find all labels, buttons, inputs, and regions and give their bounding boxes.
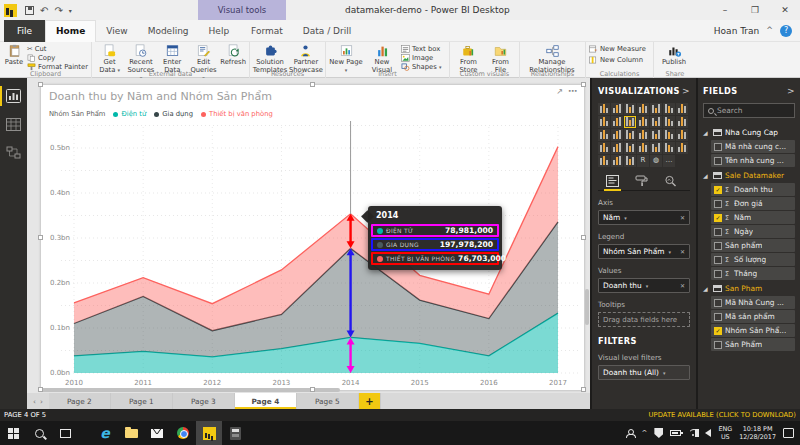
clock[interactable]: 10:18 PM12/28/2017	[739, 425, 776, 441]
visual-type-icon[interactable]	[650, 142, 662, 154]
task-view-button[interactable]	[52, 421, 78, 445]
field-checkbox[interactable]	[714, 270, 722, 278]
visual-type-icon[interactable]	[650, 129, 662, 141]
fields-table-row[interactable]: ◢Sale Datamaker	[703, 168, 795, 182]
visual-type-icon[interactable]	[676, 103, 688, 115]
field-row[interactable]: Mã Nhà Cung ...	[711, 296, 795, 309]
page-tab-page-1[interactable]: Page 1	[111, 393, 173, 409]
visual-type-icon[interactable]	[650, 103, 662, 115]
visual-type-icon[interactable]	[624, 142, 636, 154]
visual-resize-handle[interactable]	[38, 235, 43, 240]
image-button[interactable]: Image	[401, 54, 442, 62]
fields-table-row[interactable]: ◢Nha Cung Cap	[703, 125, 795, 139]
calculator-taskbar-button[interactable]	[222, 421, 248, 445]
tab-view[interactable]: View	[96, 20, 137, 42]
visual-type-icon[interactable]	[598, 142, 610, 154]
visual-type-icon[interactable]	[624, 103, 636, 115]
field-row[interactable]: Mã sản phẩm	[711, 310, 795, 323]
visual-type-icon[interactable]	[598, 155, 610, 167]
visual-type-icon[interactable]	[611, 129, 623, 141]
field-checkbox[interactable]	[714, 299, 722, 307]
tooltips-dropzone[interactable]: Drag data fields here	[598, 312, 690, 327]
stacked-area-visual[interactable]: Doanh thu by Năm and Nhóm Sản Phẩm ↗ ⋯ N…	[40, 84, 585, 391]
chrome-taskbar-button[interactable]	[170, 421, 196, 445]
field-row[interactable]: ✓ΣNăm	[711, 211, 795, 224]
more-visual-types[interactable]: …	[663, 155, 675, 167]
field-row[interactable]: Mã nhà cung c...	[711, 140, 795, 153]
legend-field-pill[interactable]: Nhóm Sản Phẩm▾✕	[598, 244, 690, 259]
visual-type-icon[interactable]	[611, 116, 623, 128]
tab-format[interactable]: Format	[241, 20, 293, 42]
prev-page-icon[interactable]: ‹	[33, 397, 36, 406]
relationships-view-button[interactable]	[0, 140, 27, 164]
tab-analytics[interactable]	[664, 171, 677, 191]
field-row[interactable]: ΣĐơn giá	[711, 197, 795, 210]
visual-type-icon[interactable]	[676, 129, 688, 141]
visual-type-icon[interactable]	[637, 129, 649, 141]
new-page-tab-button[interactable]: +	[359, 393, 381, 409]
field-checkbox[interactable]	[714, 143, 722, 151]
data-view-button[interactable]	[0, 112, 27, 136]
taskbar-search-button[interactable]	[26, 421, 52, 445]
tab-home[interactable]: Home	[45, 20, 96, 42]
report-canvas[interactable]: Doanh thu by Năm and Nhóm Sản Phẩm ↗ ⋯ N…	[27, 78, 590, 393]
fields-search-box[interactable]: Search	[703, 103, 795, 118]
power-bi-taskbar-button[interactable]	[196, 421, 222, 445]
field-row[interactable]: ✓ΣDoanh thu	[711, 183, 795, 196]
action-center-icon[interactable]	[783, 428, 794, 438]
copy-button[interactable]: Copy	[27, 54, 88, 62]
field-checkbox[interactable]: ✓	[714, 327, 722, 335]
paste-button[interactable]: Paste	[3, 43, 25, 67]
tab-help[interactable]: Help	[199, 20, 240, 42]
close-button[interactable]: ✕	[770, 0, 800, 20]
field-row[interactable]: Tên nhà cung ...	[711, 154, 795, 167]
remove-axis-field-icon[interactable]: ✕	[677, 214, 685, 221]
visual-resize-handle[interactable]	[581, 387, 586, 392]
restore-button[interactable]: ❐	[740, 0, 770, 20]
visual-type-icon[interactable]	[676, 116, 688, 128]
battery-icon[interactable]	[670, 430, 681, 436]
edge-taskbar-button[interactable]: e	[92, 421, 118, 445]
field-row[interactable]: Sản Phẩm	[711, 338, 795, 351]
update-available-link[interactable]: UPDATE AVAILABLE (CLICK TO DOWNLOAD)	[649, 411, 796, 419]
field-row[interactable]: ✓Nhóm Sản Phẩ...	[711, 324, 795, 337]
remove-values-field-icon[interactable]: ✕	[677, 282, 685, 289]
field-checkbox[interactable]: ✓	[714, 214, 722, 222]
fields-table-row[interactable]: ◢San Pham	[703, 281, 795, 295]
visual-type-icon[interactable]	[624, 129, 636, 141]
expand-collapse-icon[interactable]: ◢	[703, 172, 710, 179]
page-tab-page-5[interactable]: Page 5	[297, 393, 359, 409]
visual-filter-pill[interactable]: Doanh thu (All)▾	[598, 365, 690, 380]
cut-button[interactable]: ✂Cut	[27, 45, 88, 53]
tab-data-drill[interactable]: Data / Drill	[293, 20, 361, 42]
visual-resize-handle[interactable]	[38, 82, 43, 87]
field-row[interactable]: ΣTháng	[711, 267, 795, 280]
field-checkbox[interactable]	[714, 228, 722, 236]
language-indicator[interactable]: ENGUS	[718, 425, 732, 441]
visual-type-icon[interactable]	[611, 103, 623, 115]
page-tab-page-3[interactable]: Page 3	[173, 393, 235, 409]
mail-taskbar-button[interactable]	[144, 421, 170, 445]
field-checkbox[interactable]	[714, 200, 722, 208]
field-row[interactable]: ΣSố lượng	[711, 253, 795, 266]
visual-type-icon[interactable]	[611, 142, 623, 154]
stacked-area-chart[interactable]: 0.0bn0.1bn0.2bn0.3bn0.4bn0.5bn2010201120…	[41, 85, 586, 392]
page-tab-page-4[interactable]: Page 4	[235, 393, 297, 409]
visual-type-icon[interactable]	[663, 129, 675, 141]
visual-type-icon[interactable]	[598, 116, 610, 128]
visual-type-icon[interactable]	[650, 116, 662, 128]
visual-type-icon[interactable]	[663, 116, 675, 128]
visual-resize-handle[interactable]	[581, 235, 586, 240]
visual-type-icon[interactable]	[611, 155, 623, 167]
field-checkbox[interactable]	[714, 341, 722, 349]
tab-fields-bucket[interactable]	[606, 171, 619, 191]
visual-resize-handle[interactable]	[310, 387, 315, 392]
file-explorer-taskbar-button[interactable]	[118, 421, 144, 445]
visual-type-icon[interactable]	[598, 129, 610, 141]
start-button[interactable]	[0, 421, 26, 445]
tab-file[interactable]: File	[4, 20, 45, 42]
visual-type-icon[interactable]	[663, 142, 675, 154]
publish-button[interactable]: Publish	[657, 43, 691, 67]
visual-resize-handle[interactable]	[310, 82, 315, 87]
people-tray-icon[interactable]	[626, 429, 635, 438]
